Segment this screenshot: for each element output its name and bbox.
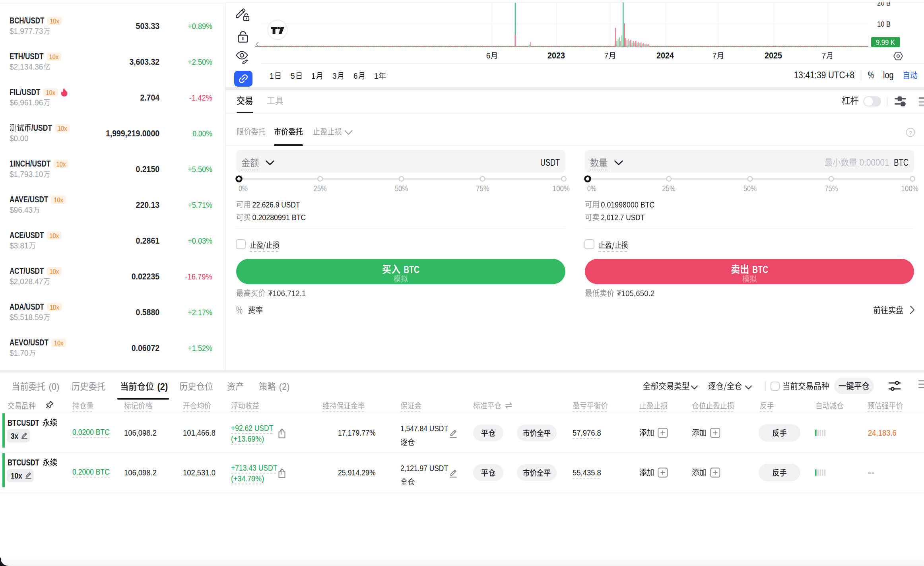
svg-text:25%: 25% — [662, 184, 676, 193]
svg-text:75%: 75% — [825, 184, 838, 193]
svg-text:--: -- — [868, 468, 874, 477]
svg-text:220.13: 220.13 — [136, 200, 159, 210]
svg-text:100%: 100% — [901, 184, 919, 193]
svg-text:101,466.8: 101,466.8 — [183, 428, 215, 437]
svg-text:1INCH/USDT: 1INCH/USDT — [10, 159, 50, 169]
svg-text:75%: 75% — [476, 184, 489, 193]
svg-text:106,098.2: 106,098.2 — [124, 428, 157, 437]
svg-text:(+13.69%): (+13.69%) — [231, 434, 264, 443]
svg-text:57,976.8: 57,976.8 — [573, 428, 601, 437]
svg-text:?: ? — [909, 130, 912, 136]
svg-text:100%: 100% — [553, 184, 570, 193]
svg-text:1: 1 — [374, 71, 379, 80]
svg-text:0.20280991 BTC: 0.20280991 BTC — [252, 213, 306, 222]
svg-text:2,121.97 USDT: 2,121.97 USDT — [400, 463, 448, 473]
svg-text:10x: 10x — [49, 53, 59, 60]
svg-text:7: 7 — [604, 51, 609, 60]
svg-text:3,603.32: 3,603.32 — [129, 57, 159, 67]
svg-text:0%: 0% — [239, 184, 248, 193]
svg-text:+2.50%: +2.50% — [188, 57, 212, 66]
svg-text:AAVE/USDT: AAVE/USDT — [10, 194, 48, 204]
svg-text:(2): (2) — [157, 381, 168, 392]
svg-text:log: log — [883, 70, 893, 80]
svg-text:3: 3 — [332, 71, 337, 80]
svg-text:0.00%: 0.00% — [192, 129, 212, 138]
svg-text:BTCUSDT: BTCUSDT — [8, 418, 39, 428]
svg-text:$1,793.10: $1,793.10 — [10, 169, 43, 178]
svg-text:10x: 10x — [49, 232, 59, 239]
svg-text:1,547.84 USDT: 1,547.84 USDT — [400, 424, 448, 433]
svg-text:FIL/USDT: FIL/USDT — [10, 87, 40, 97]
svg-text:₮106,712.1: ₮106,712.1 — [268, 289, 306, 298]
svg-text:0.2000 BTC: 0.2000 BTC — [72, 467, 110, 476]
svg-text:0.00001: 0.00001 — [860, 157, 889, 168]
svg-text:0.02235: 0.02235 — [132, 271, 159, 281]
svg-text:ACT/USDT: ACT/USDT — [10, 266, 44, 276]
svg-text:ACE/USDT: ACE/USDT — [10, 230, 44, 240]
svg-text:ETH/USDT: ETH/USDT — [10, 51, 44, 61]
svg-text:106,098.2: 106,098.2 — [124, 468, 157, 477]
svg-text:+0.03%: +0.03% — [188, 236, 212, 245]
svg-text:+5.71%: +5.71% — [188, 200, 212, 209]
svg-text:0.06072: 0.06072 — [132, 343, 159, 353]
svg-text:6: 6 — [353, 71, 358, 80]
svg-text:1,999,219.0000: 1,999,219.0000 — [106, 128, 159, 138]
svg-text:BTC: BTC — [752, 264, 768, 275]
svg-text:10x: 10x — [54, 196, 63, 204]
svg-text:%: % — [236, 304, 243, 316]
svg-text:0.5880: 0.5880 — [136, 307, 159, 317]
svg-text:$5,518.59: $5,518.59 — [10, 312, 43, 322]
svg-text:25,914.29%: 25,914.29% — [338, 468, 376, 477]
svg-text:+1.52%: +1.52% — [188, 343, 212, 353]
svg-text:USDT: USDT — [540, 157, 560, 168]
svg-text:10 B: 10 B — [877, 20, 891, 28]
svg-text:10x: 10x — [46, 89, 55, 96]
svg-text:55,435.8: 55,435.8 — [573, 468, 601, 477]
svg-text:$96.43: $96.43 — [10, 205, 33, 214]
svg-text:17,179.77%: 17,179.77% — [338, 428, 376, 437]
svg-text:10x: 10x — [49, 268, 59, 275]
svg-text:+92.62 USDT: +92.62 USDT — [231, 423, 274, 432]
svg-text:25%: 25% — [314, 184, 327, 193]
svg-text:10x: 10x — [56, 161, 66, 168]
svg-text:9.99 K: 9.99 K — [876, 38, 895, 47]
svg-text:/USDT: /USDT — [31, 123, 52, 133]
svg-text:24,183.6: 24,183.6 — [868, 428, 897, 437]
svg-text:AEVO/USDT: AEVO/USDT — [10, 337, 49, 347]
svg-text:+0.89%: +0.89% — [188, 21, 212, 31]
svg-text:+2.17%: +2.17% — [188, 308, 212, 317]
svg-text:10x: 10x — [11, 471, 22, 480]
svg-text:3x: 3x — [11, 432, 18, 440]
svg-text:7: 7 — [712, 51, 717, 60]
svg-text:2024: 2024 — [656, 50, 674, 60]
svg-text:0.0200 BTC: 0.0200 BTC — [72, 427, 110, 436]
svg-text:1: 1 — [270, 71, 274, 80]
svg-text:ADA/USDT: ADA/USDT — [10, 302, 44, 312]
svg-text:0%: 0% — [587, 184, 596, 193]
svg-text:-1.42%: -1.42% — [189, 93, 212, 102]
svg-text:50%: 50% — [395, 184, 408, 193]
svg-text:13:41:39 UTC+8: 13:41:39 UTC+8 — [794, 70, 854, 80]
svg-text:10x: 10x — [54, 339, 64, 347]
svg-text:BTC: BTC — [894, 157, 908, 168]
svg-text:$2,134.36: $2,134.36 — [10, 62, 43, 71]
svg-text:7: 7 — [822, 51, 826, 60]
svg-text:6: 6 — [486, 51, 491, 60]
svg-text:0.2150: 0.2150 — [136, 164, 159, 174]
svg-text:5: 5 — [291, 71, 295, 80]
svg-text:BTC: BTC — [404, 264, 419, 275]
svg-text:$3.81: $3.81 — [10, 241, 29, 250]
svg-text:2025: 2025 — [765, 50, 782, 60]
svg-text:50%: 50% — [743, 184, 757, 193]
svg-text:1: 1 — [311, 71, 316, 80]
svg-text:2023: 2023 — [547, 50, 565, 60]
svg-text:$6,961.96: $6,961.96 — [10, 98, 43, 107]
svg-text:-16.79%: -16.79% — [185, 272, 212, 281]
svg-text:0.2861: 0.2861 — [136, 236, 159, 246]
svg-text:(0): (0) — [49, 381, 59, 392]
svg-text:₮105,650.2: ₮105,650.2 — [617, 289, 655, 298]
svg-text:503.33: 503.33 — [136, 21, 159, 31]
svg-text:(2): (2) — [279, 381, 290, 392]
svg-text:+5.50%: +5.50% — [188, 165, 212, 174]
svg-text:$0.00: $0.00 — [10, 134, 29, 143]
